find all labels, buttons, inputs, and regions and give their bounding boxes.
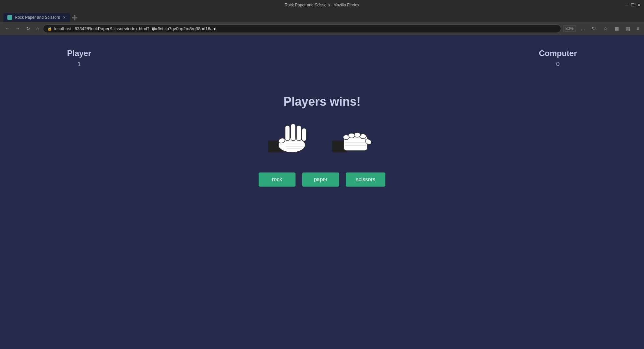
- browser-title: Rock Paper and Scissors - Mozilla Firefo…: [285, 3, 360, 7]
- player-hand-icon: [268, 122, 312, 156]
- scissors-button[interactable]: scissors: [346, 172, 385, 187]
- hands-container: [268, 122, 376, 156]
- sidebar-button[interactable]: ▦: [612, 24, 621, 33]
- computer-score: 0: [539, 61, 577, 68]
- player-score-section: Player 1: [67, 49, 91, 68]
- shield-button[interactable]: 🛡: [590, 24, 599, 33]
- svg-rect-4: [297, 126, 301, 141]
- close-button[interactable]: ✕: [637, 3, 641, 7]
- tab-close-button[interactable]: ✕: [63, 15, 66, 20]
- paper-button[interactable]: paper: [302, 172, 339, 187]
- tab-label: Rock Paper and Scissors: [15, 15, 60, 20]
- home-button[interactable]: ⌂: [34, 24, 41, 33]
- browser-toolbar: ← → ↻ ⌂ 🔒 localhost :63342/RockPaperScis…: [0, 22, 644, 35]
- computer-label: Computer: [539, 49, 577, 58]
- lock-icon: 🔒: [47, 27, 52, 31]
- scores-row: Player 1 Computer 0: [0, 49, 644, 68]
- computer-hand-icon: [332, 122, 376, 156]
- browser-titlebar: Rock Paper and Scissors - Mozilla Firefo…: [0, 0, 644, 10]
- rock-button[interactable]: rock: [259, 172, 296, 187]
- result-text: Players wins!: [283, 95, 361, 109]
- new-tab-button[interactable]: ➕: [70, 14, 79, 22]
- minimize-button[interactable]: ─: [625, 3, 628, 7]
- layout-button[interactable]: ▤: [624, 24, 632, 33]
- back-button[interactable]: ←: [3, 24, 11, 33]
- toolbar-right: 80% … 🛡 ☆ ▦ ▤ ≡: [563, 24, 641, 33]
- active-tab[interactable]: Rock Paper and Scissors ✕: [3, 13, 70, 22]
- refresh-button[interactable]: ↻: [24, 24, 32, 33]
- buttons-row: rock paper scissors: [259, 172, 385, 187]
- address-bar[interactable]: 🔒 localhost :63342/RockPaperScissors/ind…: [43, 24, 561, 33]
- forward-button[interactable]: →: [13, 24, 22, 33]
- restore-button[interactable]: ❐: [631, 3, 635, 7]
- url-path: :63342/RockPaperScissors/index.html?_ijt…: [73, 26, 216, 31]
- window-controls[interactable]: ─ ❐ ✕: [625, 3, 641, 7]
- svg-rect-3: [291, 124, 296, 141]
- player-label: Player: [67, 49, 91, 58]
- more-button[interactable]: …: [579, 24, 587, 33]
- svg-rect-5: [302, 128, 306, 141]
- menu-button[interactable]: ≡: [635, 24, 641, 33]
- svg-rect-2: [285, 126, 290, 141]
- url-host: localhost: [54, 26, 71, 31]
- bookmark-button[interactable]: ☆: [601, 24, 610, 33]
- computer-score-section: Computer 0: [539, 49, 577, 68]
- tab-favicon: [7, 15, 12, 20]
- zoom-level: 80%: [563, 25, 576, 32]
- game-container: Player 1 Computer 0 Players wins!: [0, 35, 644, 349]
- tab-bar: Rock Paper and Scissors ✕ ➕: [0, 10, 644, 22]
- player-score: 1: [67, 61, 91, 68]
